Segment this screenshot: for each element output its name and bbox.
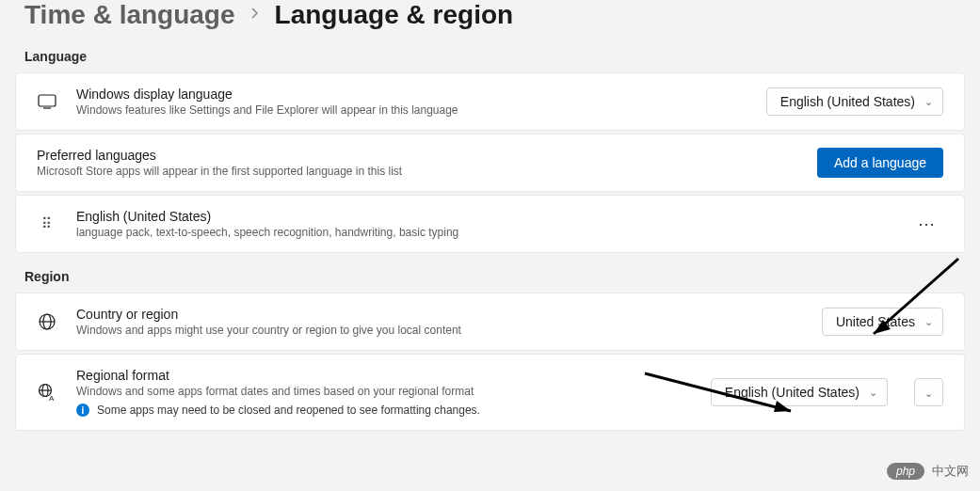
regional-format-info: Some apps may need to be closed and reop…: [97, 404, 480, 417]
country-region-value: United States: [836, 314, 915, 329]
drag-handle-icon[interactable]: ⠿: [37, 214, 57, 234]
regional-format-card: A Regional format Windows and some apps …: [15, 354, 965, 431]
chevron-down-icon: ⌄: [924, 96, 933, 108]
display-language-desc: Windows features like Settings and File …: [76, 103, 747, 117]
display-language-dropdown[interactable]: English (United States) ⌄: [766, 87, 943, 116]
display-language-card: Windows display language Windows feature…: [15, 72, 965, 131]
svg-rect-0: [39, 95, 56, 106]
display-language-value: English (United States): [780, 94, 915, 109]
chevron-down-icon: ⌄: [924, 388, 933, 399]
regional-format-dropdown[interactable]: English (United States) ⌄: [711, 378, 888, 406]
country-region-card: Country or region Windows and apps might…: [15, 293, 965, 351]
regional-format-expand-button[interactable]: ⌄: [914, 378, 943, 406]
watermark: php 中文网: [887, 463, 969, 480]
globe-icon: [37, 311, 57, 332]
breadcrumb: Time & language Language & region: [0, 0, 980, 36]
watermark-pill: php: [887, 463, 924, 480]
language-item[interactable]: ⠿ English (United States) language pack,…: [15, 195, 965, 253]
country-region-dropdown[interactable]: United States ⌄: [822, 308, 943, 336]
section-title-language: Language: [0, 36, 980, 70]
display-icon: [37, 91, 57, 112]
chevron-right-icon: [250, 7, 260, 24]
watermark-text: 中文网: [932, 463, 969, 480]
display-language-title: Windows display language: [76, 87, 747, 102]
preferred-languages-title: Preferred languages: [37, 148, 798, 163]
language-item-more-button[interactable]: ⋯: [910, 214, 943, 234]
country-region-desc: Windows and apps might use your country …: [76, 324, 803, 337]
language-item-features: language pack, text-to-speech, speech re…: [76, 226, 892, 239]
add-language-button[interactable]: Add a language: [817, 148, 943, 178]
svg-text:A: A: [49, 394, 55, 402]
section-title-region: Region: [0, 256, 980, 290]
country-region-title: Country or region: [76, 307, 803, 322]
regional-format-desc: Windows and some apps format dates and t…: [76, 385, 692, 398]
globe-language-icon: A: [37, 382, 57, 403]
chevron-down-icon: ⌄: [869, 387, 877, 399]
preferred-languages-desc: Microsoft Store apps will appear in the …: [37, 165, 798, 178]
language-item-name: English (United States): [76, 209, 892, 224]
page-title: Language & region: [275, 0, 514, 30]
preferred-languages-card: Preferred languages Microsoft Store apps…: [15, 134, 965, 192]
regional-format-value: English (United States): [725, 385, 860, 400]
chevron-down-icon: ⌄: [924, 316, 933, 328]
breadcrumb-parent[interactable]: Time & language: [24, 0, 235, 30]
info-icon: i: [76, 404, 89, 417]
regional-format-title: Regional format: [76, 368, 692, 383]
